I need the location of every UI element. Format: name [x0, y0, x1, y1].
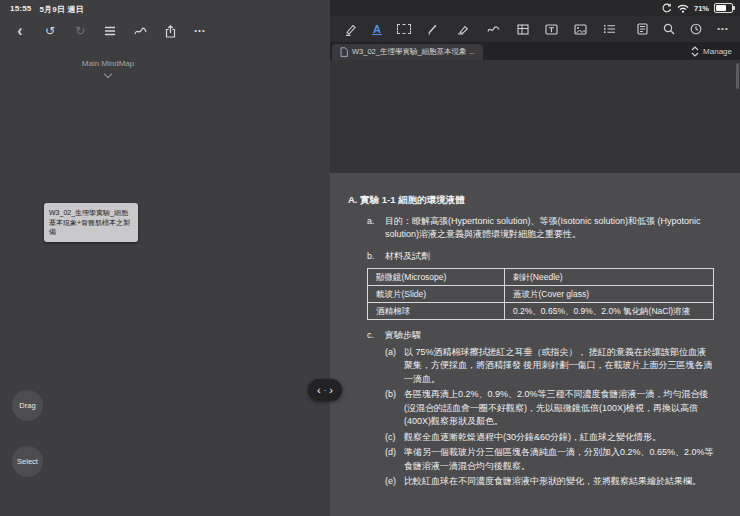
document-toolbar: A	[330, 16, 740, 42]
step-label: (c)	[385, 431, 404, 445]
search-icon[interactable]	[662, 21, 676, 37]
pen-tool-icon[interactable]	[426, 21, 440, 37]
table-row: 載玻片(Slide) 蓋玻片(Cover glass)	[368, 286, 714, 303]
table-cell: 載玻片(Slide)	[368, 286, 505, 303]
table-cell: 0.2%、0.65%、0.9%、2.0% 氯化鈉(NaCl)溶液	[505, 303, 714, 320]
page-content: A. 實驗 1-1 細胞的環境液體 a. 目的：瞭解高張(Hypertonic …	[330, 173, 740, 489]
rotation-lock-icon	[662, 3, 672, 13]
list-icon[interactable]	[103, 23, 117, 39]
pen-squiggle-icon[interactable]	[133, 23, 147, 39]
app-screen: 15:55 5月9日 週日 ‹ ↺ ↻ ••• Main MindMap W3_…	[0, 0, 740, 516]
item-label: a.	[367, 215, 385, 242]
chevron-down-icon[interactable]	[104, 70, 112, 78]
eraser-tool-icon[interactable]	[455, 21, 469, 37]
sort-updown-icon	[691, 46, 699, 57]
document-actions-group: •••	[635, 21, 730, 37]
list-item: a. 目的：瞭解高張(Hypertonic solution)、等張(Isoto…	[367, 215, 714, 242]
manage-label: Manage	[703, 47, 732, 56]
table-row: 酒精棉球 0.2%、0.65%、0.9%、2.0% 氯化鈉(NaCl)溶液	[368, 303, 714, 320]
more-icon[interactable]: •••	[716, 21, 730, 37]
share-icon[interactable]	[163, 23, 177, 39]
document-sidebar-icon[interactable]	[635, 21, 649, 37]
document-page[interactable]: A. 實驗 1-1 細胞的環境液體 a. 目的：瞭解高張(Hypertonic …	[330, 173, 740, 516]
nav-right-icon[interactable]: ›	[329, 384, 333, 396]
select-mode-button[interactable]: Select	[12, 446, 43, 477]
freehand-tool-icon[interactable]	[487, 21, 501, 37]
item-text: 實驗步驟	[385, 329, 421, 343]
step-text: 比較紅血球在不同濃度食鹽溶液中形狀的變化，並將觀察結果繪於結果欄。	[404, 475, 714, 489]
mindmap-title-wrap: Main MindMap	[0, 59, 216, 77]
battery-icon	[714, 3, 733, 13]
item-text: 材料及試劑	[385, 250, 714, 264]
undo-icon[interactable]: ↺	[43, 23, 57, 39]
image-tool-icon[interactable]	[574, 21, 588, 37]
mindmap-title[interactable]: Main MindMap	[0, 59, 216, 68]
annotation-tools-group	[487, 21, 617, 37]
table-row: 顯微鏡(Microsope) 刺針(Needle)	[368, 269, 714, 286]
steps-heading: c. 實驗步驟	[367, 329, 714, 343]
item-label: b.	[367, 250, 385, 264]
mindmap-toolbar: ‹ ↺ ↻ •••	[13, 23, 207, 39]
document-area[interactable]: A. 實驗 1-1 細胞的環境液體 a. 目的：瞭解高張(Hypertonic …	[330, 60, 740, 516]
nav-dot-icon: ·	[324, 386, 327, 395]
document-icon	[340, 47, 348, 57]
text-excerpt-tool-icon[interactable]: A	[372, 24, 382, 35]
step-label: (a)	[385, 346, 404, 387]
step-item: (b) 各區塊再滴上0.2%、0.9%、2.0%等三種不同濃度食鹽溶液一滴，均勻…	[385, 388, 714, 429]
document-panel: 71% A	[330, 0, 740, 516]
table-cell: 蓋玻片(Cover glass)	[505, 286, 714, 303]
manage-tabs-button[interactable]: Manage	[691, 42, 740, 60]
history-icon[interactable]	[689, 21, 703, 37]
more-icon[interactable]: •••	[193, 23, 207, 39]
list-item: b. 材料及試劑	[367, 250, 714, 264]
textbox-tool-icon[interactable]	[545, 21, 559, 37]
step-item: (e) 比較紅血球在不同濃度食鹽溶液中形狀的變化，並將觀察結果繪於結果欄。	[385, 475, 714, 489]
document-tab-title: W3_02_生理學實驗_細胞基本現象 ...	[352, 47, 475, 57]
scrollbar[interactable]	[736, 63, 739, 89]
step-text: 觀察全血逐漸乾燥過程中(30分鐘&60分鐘)，紅血球之變化情形。	[404, 431, 714, 445]
outline-tool-icon[interactable]	[603, 21, 617, 37]
step-text: 以 75%酒精棉球擦拭搓紅之耳垂（或指尖）， 搓紅的意義在於讓該部位血液聚集，方…	[404, 346, 714, 387]
step-text: 準備另一個載玻片分三個區塊各滴純血一滴，分別加入0.2%、0.65%、2.0%等…	[404, 446, 714, 473]
table-cell: 顯微鏡(Microsope)	[368, 269, 505, 286]
item-label: c.	[367, 329, 385, 343]
wifi-icon	[677, 4, 689, 13]
status-time: 15:55	[10, 4, 31, 15]
back-icon[interactable]: ‹	[13, 23, 27, 39]
panel-collapse-toggle[interactable]: ‹ · ›	[308, 379, 342, 401]
mindmap-node[interactable]: W3_02_生理學實驗_細胞基本現象+骨骼肌標本之製備	[44, 203, 138, 242]
excerpt-tools-group: A	[343, 21, 469, 37]
step-text: 各區塊再滴上0.2%、0.9%、2.0%等三種不同濃度食鹽溶液一滴，均勻混合後(…	[404, 388, 714, 429]
step-label: (b)	[385, 388, 404, 429]
step-item: (a) 以 75%酒精棉球擦拭搓紅之耳垂（或指尖）， 搓紅的意義在於讓該部位血液…	[385, 346, 714, 387]
drag-mode-button[interactable]: Drag	[12, 390, 43, 421]
document-tab[interactable]: W3_02_生理學實驗_細胞基本現象 ...	[332, 44, 483, 60]
table-cell: 酒精棉球	[368, 303, 505, 320]
highlighter-tool-icon[interactable]	[343, 21, 357, 37]
status-date: 5月9日 週日	[39, 4, 84, 15]
frame-tool-icon[interactable]	[516, 21, 530, 37]
item-text: 目的：瞭解高張(Hypertonic solution)、等張(Isotonic…	[385, 215, 714, 242]
step-label: (d)	[385, 446, 404, 473]
document-tab-bar: W3_02_生理學實驗_細胞基本現象 ... Manage	[330, 42, 740, 60]
nav-left-icon[interactable]: ‹	[317, 384, 321, 396]
rect-excerpt-tool-icon[interactable]	[397, 24, 411, 34]
step-item: (d) 準備另一個載玻片分三個區塊各滴純血一滴，分別加入0.2%、0.65%、2…	[385, 446, 714, 473]
materials-table: 顯微鏡(Microsope) 刺針(Needle) 載玻片(Slide) 蓋玻片…	[367, 268, 714, 320]
step-label: (e)	[385, 475, 404, 489]
table-cell: 刺針(Needle)	[505, 269, 714, 286]
battery-percent: 71%	[694, 4, 709, 13]
section-title: A. 實驗 1-1 細胞的環境液體	[348, 193, 714, 207]
step-item: (c) 觀察全血逐漸乾燥過程中(30分鐘&60分鐘)，紅血球之變化情形。	[385, 431, 714, 445]
status-bar-left: 15:55 5月9日 週日	[10, 4, 84, 15]
redo-icon[interactable]: ↻	[73, 23, 87, 39]
status-bar-right: 71%	[662, 3, 733, 13]
